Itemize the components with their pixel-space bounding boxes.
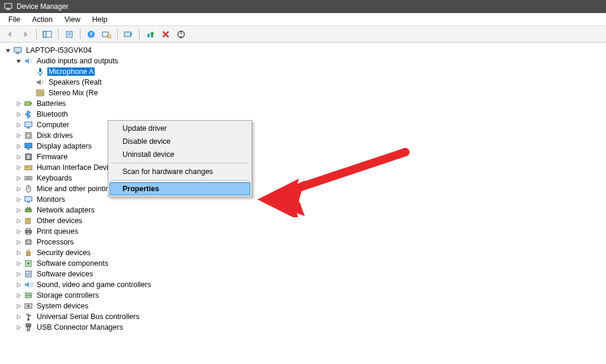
- tree-category[interactable]: Firmware: [4, 152, 606, 162]
- menu-help[interactable]: Help: [86, 13, 114, 25]
- tree-category[interactable]: Universal Serial Bus controllers: [4, 311, 606, 322]
- category-label: System devices: [36, 302, 90, 310]
- svg-rect-41: [27, 202, 30, 203]
- svg-rect-40: [25, 197, 32, 201]
- svg-rect-12: [124, 32, 131, 37]
- chevron-right-icon[interactable]: [14, 323, 22, 331]
- tree-category[interactable]: Network adapters: [4, 205, 606, 215]
- tree-category[interactable]: Keyboards: [4, 173, 606, 183]
- tree-category[interactable]: Processors: [4, 237, 606, 247]
- tree-category[interactable]: System devices: [4, 301, 606, 311]
- tree-category[interactable]: Storage controllers: [4, 290, 606, 301]
- tree-category[interactable]: Software devices: [4, 269, 606, 279]
- chevron-right-icon[interactable]: [14, 313, 22, 321]
- app-icon: [4, 2, 13, 11]
- chevron-down-icon[interactable]: [14, 57, 22, 65]
- enable-device-button[interactable]: [144, 28, 157, 41]
- tree-item-stereo-mix[interactable]: Stereo Mix (Re: [4, 88, 606, 98]
- chevron-right-icon[interactable]: [14, 131, 22, 140]
- tree-root[interactable]: LAPTOP-I53GVK04: [4, 45, 606, 56]
- ctx-scan-hardware[interactable]: Scan for hardware changes: [109, 165, 250, 178]
- tree-category[interactable]: Display adapters: [4, 141, 606, 152]
- chevron-right-icon[interactable]: [14, 110, 22, 118]
- back-button[interactable]: [4, 28, 17, 41]
- ctx-uninstall-device[interactable]: Uninstall device: [109, 148, 250, 161]
- chevron-right-icon[interactable]: [14, 206, 22, 214]
- tree-item-speakers[interactable]: Speakers (Realt: [4, 77, 606, 88]
- toolbar-separator: [36, 29, 37, 40]
- tree-category[interactable]: Bluetooth: [4, 109, 606, 120]
- menu-view[interactable]: View: [59, 13, 86, 25]
- disable-device-button[interactable]: [175, 28, 188, 41]
- tree-category[interactable]: Monitors: [4, 194, 606, 205]
- category-label: Sound, video and game controllers: [36, 281, 152, 289]
- tree-root-label: LAPTOP-I53GVK04: [25, 46, 93, 54]
- chevron-right-icon[interactable]: [14, 281, 22, 289]
- chevron-right-icon[interactable]: [14, 195, 22, 204]
- usb-icon: [24, 312, 33, 321]
- svg-rect-58: [25, 271, 31, 277]
- speaker-icon: [36, 78, 45, 87]
- chevron-right-icon[interactable]: [14, 174, 22, 182]
- svg-rect-42: [25, 209, 31, 212]
- chevron-right-icon[interactable]: [14, 142, 22, 150]
- category-label: Display adapters: [36, 142, 93, 150]
- chevron-down-icon[interactable]: [4, 46, 12, 54]
- tree-category[interactable]: Sound, video and game controllers: [4, 279, 606, 290]
- chevron-right-icon[interactable]: [14, 121, 22, 129]
- category-label: Audio inputs and outputs: [36, 57, 120, 65]
- chevron-right-icon[interactable]: [14, 185, 22, 193]
- disk-icon: [24, 131, 33, 140]
- tree-category[interactable]: Disk drives: [4, 130, 606, 141]
- tree-category[interactable]: Print queues: [4, 226, 606, 237]
- toolbar-separator: [80, 29, 80, 40]
- tree-item-microphone[interactable]: Microphone A: [4, 66, 606, 77]
- svg-rect-67: [26, 324, 31, 327]
- device-tree[interactable]: LAPTOP-I53GVK04 Audio inputs and outputs…: [0, 43, 606, 364]
- tree-category[interactable]: ?Other devices: [4, 215, 606, 226]
- chevron-right-icon[interactable]: [14, 259, 22, 268]
- svg-rect-29: [27, 149, 30, 150]
- chevron-right-icon[interactable]: [14, 227, 22, 236]
- svg-rect-25: [27, 127, 30, 128]
- tree-category[interactable]: Software components: [4, 258, 606, 269]
- network-icon: [24, 205, 33, 215]
- tree-category[interactable]: Mice and other pointing devices: [4, 183, 606, 194]
- chevron-right-icon[interactable]: [14, 249, 22, 257]
- ctx-properties[interactable]: Properties: [109, 182, 250, 195]
- svg-point-27: [27, 134, 30, 137]
- forward-button[interactable]: [19, 28, 32, 41]
- svg-text:?: ?: [27, 218, 30, 224]
- chevron-right-icon[interactable]: [14, 302, 22, 310]
- category-label: Security devices: [36, 249, 92, 257]
- chevron-right-icon[interactable]: [14, 153, 22, 161]
- menu-action[interactable]: Action: [26, 13, 59, 25]
- tree-category[interactable]: Human Interface Devices: [4, 162, 606, 173]
- menu-bar: File Action View Help: [0, 13, 606, 26]
- uninstall-device-button[interactable]: [159, 28, 172, 41]
- scan-hardware-button[interactable]: [100, 28, 113, 41]
- toolbar: ?: [0, 26, 606, 43]
- menu-file[interactable]: File: [2, 13, 26, 25]
- tree-category[interactable]: Batteries: [4, 98, 606, 109]
- mixer-icon: [36, 88, 45, 98]
- ctx-update-driver[interactable]: Update driver: [109, 122, 250, 135]
- svg-rect-55: [27, 252, 30, 256]
- update-driver-button[interactable]: [122, 28, 135, 41]
- ctx-disable-device[interactable]: Disable device: [109, 135, 250, 148]
- svg-rect-34: [28, 167, 29, 167]
- tree-category-audio[interactable]: Audio inputs and outputs: [4, 56, 606, 66]
- chevron-right-icon[interactable]: [14, 99, 22, 108]
- chevron-right-icon[interactable]: [14, 238, 22, 246]
- tree-category[interactable]: Security devices: [4, 247, 606, 258]
- chevron-right-icon[interactable]: [14, 217, 22, 225]
- chevron-right-icon[interactable]: [14, 270, 22, 278]
- chevron-right-icon[interactable]: [14, 163, 22, 172]
- help-button[interactable]: ?: [85, 28, 98, 41]
- tree-category[interactable]: USB Connector Managers: [4, 322, 606, 333]
- toolbar-separator: [117, 29, 118, 40]
- chevron-right-icon[interactable]: [14, 291, 22, 299]
- tree-category[interactable]: Computer: [4, 120, 606, 130]
- show-hide-tree-button[interactable]: [41, 28, 54, 41]
- properties-button[interactable]: [63, 28, 76, 41]
